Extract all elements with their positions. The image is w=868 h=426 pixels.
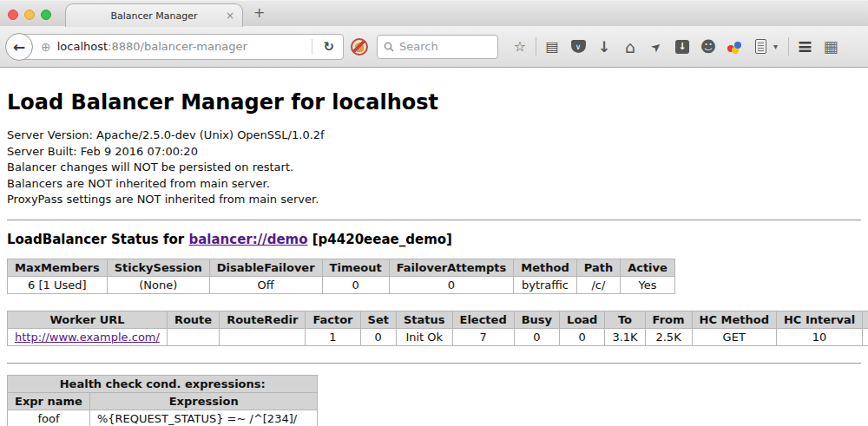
- cell-expression: %{REQUEST_STATUS} =~ /^[234]/: [89, 410, 318, 426]
- health-check-table: Health check cond. expressions: Expr nam…: [7, 375, 318, 426]
- col-active: Active: [621, 259, 675, 276]
- tab-title: Balancer Manager: [110, 10, 197, 22]
- back-icon: ←: [13, 38, 25, 56]
- col-factor: Factor: [306, 311, 360, 328]
- cell-maxmembers: 6 [1 Used]: [8, 276, 108, 293]
- cell-timeout: 0: [322, 276, 389, 293]
- tab-balancer-manager[interactable]: Balancer Manager ×: [65, 3, 243, 27]
- col-from: From: [645, 311, 692, 328]
- balancer-settings-table: MaxMembers StickySession DisableFailover…: [7, 259, 675, 294]
- cell-worker-url: http://www.example.com/: [8, 328, 168, 345]
- container-extension-button[interactable]: [747, 34, 773, 60]
- col-failoverattempts: FailoverAttempts: [389, 259, 514, 276]
- globe-icon: ⊕: [41, 40, 51, 54]
- grid-icon: ▦: [823, 37, 838, 56]
- search-bar[interactable]: [377, 35, 498, 59]
- downloads-button[interactable]: ↓: [591, 34, 617, 60]
- url-text[interactable]: localhost:8880/balancer-manager: [57, 40, 311, 53]
- paper-plane-icon: ➤: [648, 38, 664, 56]
- home-icon: ⌂: [625, 37, 635, 56]
- search-icon: [384, 42, 394, 52]
- cell-status: Init Ok: [396, 328, 452, 345]
- tab-close-icon[interactable]: ×: [226, 10, 234, 22]
- col-path: Path: [576, 259, 620, 276]
- star-icon: ☆: [514, 38, 526, 55]
- back-button[interactable]: ←: [5, 33, 33, 61]
- col-status: Status: [396, 311, 452, 328]
- share-button[interactable]: ➤: [643, 34, 669, 60]
- col-expr-name: Expr name: [8, 392, 90, 410]
- menu-button[interactable]: ≡: [792, 34, 818, 60]
- cell-routeredir: [220, 328, 306, 345]
- hamburger-icon: ≡: [797, 36, 812, 57]
- cell-path: /c/: [576, 276, 620, 293]
- table-title-row: Health check cond. expressions:: [8, 375, 318, 392]
- table-header-row: Expr name Expression: [8, 392, 318, 410]
- cell-passes: 1 (0): [863, 328, 868, 345]
- worker-url-link[interactable]: http://www.example.com/: [15, 331, 160, 344]
- inherit-notice-line: Balancers are NOT inherited from main se…: [7, 176, 861, 193]
- table-row: foof %{REQUEST_STATUS} =~ /^[234]/: [8, 410, 318, 426]
- pocket-button[interactable]: ∨: [565, 34, 591, 60]
- col-worker-url: Worker URL: [8, 311, 168, 328]
- download-arrow-icon: ↓: [598, 38, 610, 56]
- url-bar[interactable]: ⊕ localhost:8880/balancer-manager ↻: [19, 34, 344, 60]
- col-method: Method: [514, 259, 576, 276]
- loadbalancer-status-heading: LoadBalancer Status for balancer://demo …: [7, 232, 861, 247]
- col-route: Route: [167, 311, 219, 328]
- cell-hc-method: GET: [692, 328, 776, 345]
- clipboard-icon: ▤: [545, 38, 558, 55]
- url-path: :8880/balancer-manager: [108, 40, 247, 53]
- close-window-button[interactable]: [8, 10, 18, 20]
- table-row: http://www.example.com/ 1 0 Init Ok 7 0 …: [8, 328, 868, 345]
- reload-button[interactable]: ↻: [314, 39, 343, 55]
- page-content: Load Balancer Manager for localhost Serv…: [0, 68, 868, 426]
- cell-stickysession: (None): [107, 276, 209, 293]
- home-button[interactable]: ⌂: [617, 34, 643, 60]
- cell-failoverattempts: 0: [389, 276, 514, 293]
- col-to: To: [605, 311, 645, 328]
- urlbar-divider: [312, 39, 312, 55]
- extension-dropdown-button[interactable]: ▾: [773, 42, 786, 51]
- table-row: 6 [1 Used] (None) Off 0 0 bytraffic /c/ …: [8, 276, 675, 293]
- new-tab-button[interactable]: +: [253, 6, 265, 20]
- zoom-window-button[interactable]: [41, 10, 51, 20]
- cell-disablefailover: Off: [209, 276, 322, 293]
- emoji-extension-button[interactable]: ☻: [695, 34, 721, 60]
- minimize-window-button[interactable]: [24, 10, 35, 20]
- cell-to: 3.1K: [605, 328, 645, 345]
- toolbar-separator: [536, 37, 536, 56]
- balancer-demo-link[interactable]: balancer://demo: [188, 232, 307, 247]
- col-set: Set: [360, 311, 396, 328]
- server-built-line: Server Built: Feb 9 2016 07:00:20: [7, 144, 861, 161]
- server-version-line: Server Version: Apache/2.5.0-dev (Unix) …: [7, 128, 861, 144]
- page-title: Load Balancer Manager for localhost: [7, 90, 861, 115]
- toolbar-separator: [788, 37, 789, 56]
- download-panel-extension-button[interactable]: ↓: [669, 34, 695, 60]
- browser-window: Balancer Manager × + ← ⊕ localhost:8880/…: [0, 0, 868, 426]
- col-disablefailover: DisableFailover: [209, 259, 322, 276]
- cell-active: Yes: [621, 276, 675, 293]
- colored-balls-icon: [727, 40, 742, 54]
- cell-factor: 1: [306, 328, 360, 345]
- col-hc-interval: HC Interval: [776, 311, 862, 328]
- col-load: Load: [560, 311, 605, 328]
- cell-load: 0: [560, 328, 605, 345]
- video-downloadhelper-button[interactable]: [721, 34, 747, 60]
- smiley-icon: ☻: [700, 37, 717, 56]
- bookmarks-menu-button[interactable]: ▤: [539, 34, 565, 60]
- table-header-row: Worker URL Route RouteRedir Factor Set S…: [8, 311, 868, 328]
- square-download-icon: ↓: [675, 40, 689, 54]
- col-hc-method: HC Method: [692, 311, 776, 328]
- container-icon: [755, 39, 766, 54]
- plugin-blocked-icon[interactable]: [351, 38, 368, 56]
- bookmark-star-button[interactable]: ☆: [507, 34, 533, 60]
- keyboard-extension-button[interactable]: ▦: [818, 34, 844, 60]
- cell-route: [167, 328, 219, 345]
- navigation-toolbar: ← ⊕ localhost:8880/balancer-manager ↻ ☆ …: [0, 26, 868, 68]
- col-routeredir: RouteRedir: [220, 311, 306, 328]
- table-header-row: MaxMembers StickySession DisableFailover…: [8, 259, 675, 276]
- status-heading-suffix: [p4420eeae_demo]: [308, 232, 452, 247]
- search-input[interactable]: [399, 40, 491, 53]
- persist-notice-line: Balancer changes will NOT be persisted o…: [7, 160, 861, 176]
